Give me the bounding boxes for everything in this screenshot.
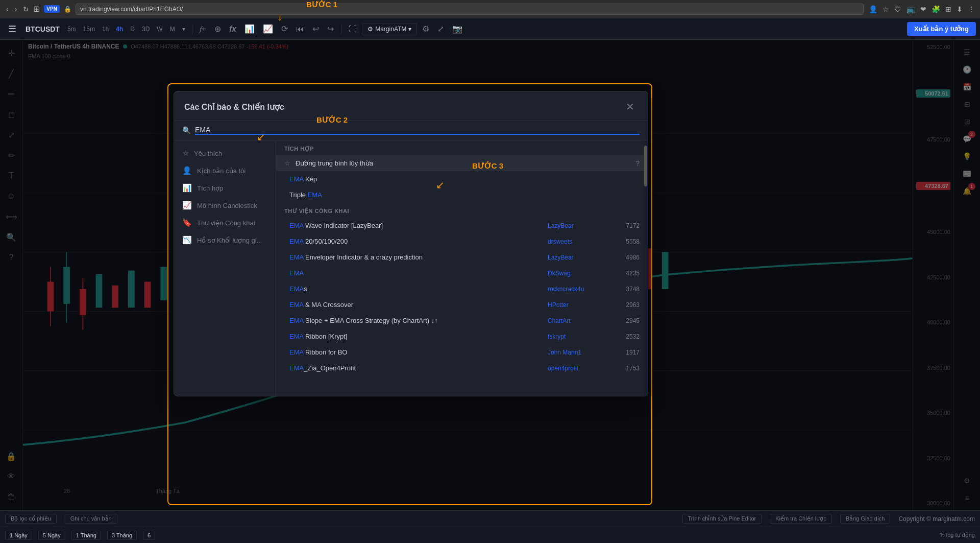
indicator-ema-enveloper-count: 4986	[614, 254, 640, 261]
forward-button[interactable]: ›	[13, 4, 19, 14]
settings-button[interactable]: ⚙	[419, 22, 432, 36]
margin-atm-button[interactable]: ⚙ MarginATM ▾	[362, 23, 417, 35]
help-duong-trung-binh-icon[interactable]: ?	[636, 159, 640, 167]
indicator-row-ema-zia[interactable]: EMA_Zia_Open4Profit open4profit 1753	[276, 360, 648, 376]
indicator-row-ema-ma[interactable]: EMA & MA Crossover HPotter 2963	[276, 297, 648, 313]
time-5day-button[interactable]: 5 Ngày	[38, 531, 65, 540]
timeframe-3d-button[interactable]: 3D	[139, 24, 152, 34]
search-icon: 🔍	[182, 126, 191, 134]
redo-button[interactable]: ↪	[324, 22, 337, 36]
sidebar-tich-hop[interactable]: 📊 Tích hợp	[174, 179, 276, 197]
fullscreen-btn[interactable]: ⛶	[346, 22, 360, 36]
indicator-row-ema-enveloper[interactable]: EMA Enveloper Indicator & a crazy predic…	[276, 249, 648, 265]
indicator-ema-ribbon-count: 2532	[614, 333, 640, 340]
timeframe-1h-button[interactable]: 1h	[100, 24, 111, 34]
download-icon[interactable]: ⬇	[955, 4, 964, 14]
indicator-ema-plain-author[interactable]: DkSwag	[548, 270, 609, 277]
indicator-row-duong-trung-binh[interactable]: ☆ Đường trung bình lũy thừa ?	[276, 155, 648, 171]
fx-button[interactable]: fx	[226, 22, 239, 36]
indicator-ema-zia-author[interactable]: open4profit	[548, 365, 609, 372]
notes-button[interactable]: Ghi chú văn bản	[65, 514, 117, 524]
indicator-ema-ma-count: 2963	[614, 301, 640, 309]
indicator-row-ema-20[interactable]: EMA 20/50/100/200 drsweets 5558	[276, 233, 648, 249]
star-icon: ☆	[182, 149, 189, 158]
scrollbar-track[interactable]	[644, 140, 648, 396]
modal-header: Các Chỉ báo & Chiến lược ✕	[174, 91, 648, 121]
star-duong-trung-binh-icon[interactable]: ☆	[284, 159, 290, 167]
indicator-row-ema-wave[interactable]: EMA Wave Indicator [LazyBear] LazyBear 7…	[276, 218, 648, 233]
indicators-button[interactable]: 𝑓+	[197, 22, 209, 36]
indicator-row-ema-plain[interactable]: EMA DkSwag 4235	[276, 265, 648, 281]
extension-icon[interactable]: 🧩	[930, 4, 941, 14]
time-6-button[interactable]: 6	[143, 531, 155, 540]
address-bar[interactable]: vn.tradingview.com/chart/Ph1EGbAO/	[76, 4, 864, 15]
indicator-ema-ribbon-author[interactable]: fskrypt	[548, 333, 609, 340]
indicator-row-ema-kep[interactable]: EMA Kép	[276, 171, 648, 187]
time-range-bar: 1 Ngày 5 Ngày 1 Tháng 3 Tháng 6 % log tự…	[0, 527, 980, 543]
heart-icon[interactable]: ❤	[919, 4, 927, 14]
indicator-row-ema-slope[interactable]: EMA Slope + EMA Cross Strategy (by Chart…	[276, 313, 648, 328]
pine-editor-button[interactable]: Trình chỉnh sửa Pine Editor	[682, 514, 762, 524]
indicator-row-ema-ribbon[interactable]: EMA Ribbon [Krypt] fskrypt 2532	[276, 328, 648, 344]
indicator-row-ema-ribbon-bo[interactable]: EMA Ribbon for BO John Mann1 1917	[276, 344, 648, 360]
sidebar-ho-so[interactable]: 📉 Hồ sơ Khối lượng gi...	[174, 231, 276, 249]
timeframe-4h-button[interactable]: 4h	[113, 24, 126, 34]
indicator-ema-20-count: 5558	[614, 238, 640, 245]
strategy-test-button[interactable]: Kiểm tra Chiến lược	[770, 514, 832, 524]
fullscreen-button[interactable]: ⤢	[434, 22, 447, 36]
reload-button[interactable]: ↻	[21, 4, 31, 14]
indicator-ema-wave-author[interactable]: LazyBear	[548, 222, 609, 229]
url-text: vn.tradingview.com/chart/Ph1EGbAO/	[80, 6, 183, 13]
indicator-ema-20-author[interactable]: drsweets	[548, 238, 609, 245]
time-3month-button[interactable]: 3 Tháng	[107, 531, 137, 540]
indicator-duong-trung-binh-name: Đường trung bình lũy thừa	[296, 159, 629, 167]
time-1day-button[interactable]: 1 Ngày	[5, 531, 32, 540]
filter-button[interactable]: Bộ lọc cổ phiếu	[5, 514, 57, 524]
indicator-ema-enveloper-author[interactable]: LazyBear	[548, 254, 609, 261]
indicator-emas-author[interactable]: rockncrack4u	[548, 286, 609, 293]
search-bar: 🔍	[174, 121, 648, 140]
time-1month-button[interactable]: 1 Tháng	[71, 531, 101, 540]
compare-button[interactable]: ⟳	[278, 22, 291, 36]
symbol-label: BTCUSDT	[26, 25, 60, 33]
indicator-ema-ma-author[interactable]: HPotter	[548, 301, 609, 309]
publish-button[interactable]: Xuất bản ý tưởng	[907, 22, 976, 36]
indicator-triple-ema-name: Triple EMA	[289, 191, 640, 199]
indicator-ema-slope-author[interactable]: ChartArt	[548, 317, 609, 324]
sidebar-tich-hop-label: Tích hợp	[197, 184, 223, 192]
back-button[interactable]: ‹	[4, 4, 11, 14]
bar-chart-button[interactable]: 📈	[260, 22, 276, 36]
timeframe-d-button[interactable]: D	[128, 24, 137, 34]
chart-type-button[interactable]: 📊	[241, 22, 258, 36]
indicator-row-triple-ema[interactable]: Triple EMA	[276, 187, 648, 203]
hamburger-menu-button[interactable]: ☰	[4, 21, 20, 37]
vpn-badge: VPN	[44, 5, 60, 13]
shield-icon[interactable]: 🛡	[893, 4, 902, 14]
modal-indicator-list[interactable]: TÍCH HỢP ☆ Đường trung bình lũy thừa ? E…	[276, 140, 648, 396]
timeframe-5m-button[interactable]: 5m	[65, 24, 79, 34]
apps-icon[interactable]: ⊞	[944, 4, 952, 14]
tab-grid-button[interactable]: ⊞	[33, 4, 40, 14]
camera-button[interactable]: 📷	[449, 22, 465, 36]
undo-button[interactable]: ↩	[309, 22, 322, 36]
scrollbar-thumb[interactable]	[644, 146, 647, 186]
timeframe-w-button[interactable]: W	[154, 24, 165, 34]
timeframe-15m-button[interactable]: 15m	[81, 24, 97, 34]
trading-panel-button[interactable]: Bảng Giao dịch	[840, 514, 891, 524]
timeframe-dropdown-button[interactable]: ▾	[180, 24, 188, 34]
profile-icon[interactable]: 👤	[868, 4, 878, 14]
indicator-ema-ribbon-bo-author[interactable]: John Mann1	[548, 349, 609, 356]
sidebar-kich-ban[interactable]: 👤 Kịch bản của tôi	[174, 162, 276, 179]
star-bookmark-icon[interactable]: ☆	[881, 4, 890, 14]
cast-icon[interactable]: 📺	[905, 4, 916, 14]
timeframe-m-button[interactable]: M	[167, 24, 178, 34]
sidebar-candlestick[interactable]: 📈 Mô hình Candlestick	[174, 197, 276, 214]
add-indicator-button[interactable]: ⊕	[211, 22, 224, 36]
search-input[interactable]	[195, 126, 284, 134]
sidebar-thu-vien[interactable]: 🔖 Thư viện Công khai	[174, 214, 276, 231]
indicator-row-emas[interactable]: EMAs rockncrack4u 3748	[276, 281, 648, 297]
modal-close-button[interactable]: ✕	[623, 100, 638, 114]
menu-dots-icon[interactable]: ⋮	[967, 4, 976, 14]
go-to-date-button[interactable]: ⏮	[293, 22, 307, 36]
sidebar-yeu-thich[interactable]: ☆ Yêu thích	[174, 145, 276, 162]
